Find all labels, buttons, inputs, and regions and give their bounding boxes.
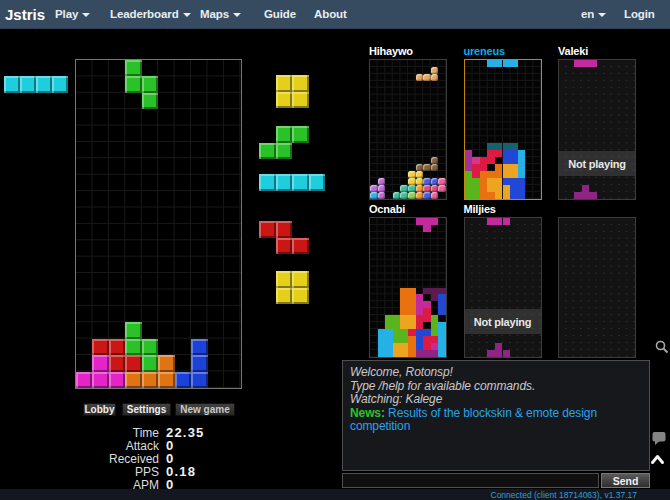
opponent-cell [416, 171, 424, 178]
opponent-name: Valeki [558, 45, 588, 57]
opponent-cell [480, 178, 488, 185]
status-bar: Connected (client 18714063), v1.37.17 [0, 489, 670, 500]
opponent-cell [408, 336, 416, 343]
opponent-cell [510, 192, 518, 199]
opponent-cell [370, 192, 378, 199]
opponent-cell [423, 192, 431, 199]
opponent-board-valeki: Not playing [558, 59, 636, 200]
jstris-page: { "navbar": { "brand": "Jstris", "items"… [0, 0, 670, 500]
opponent-cell [400, 329, 408, 336]
queue-Z-piece-cell [276, 238, 293, 255]
stack-cell [191, 372, 207, 388]
falling-S-piece-cell [142, 76, 158, 92]
opponent-cell [487, 150, 495, 157]
chat-message-line: Welcome, Rotonsp! [350, 366, 642, 380]
queue-S-piece-cell [276, 126, 293, 143]
chevron-up-icon[interactable] [650, 452, 665, 468]
brand-jstris[interactable]: Jstris [5, 6, 45, 23]
stat-row-time: Time22.35 [0, 426, 240, 439]
nav-item-leaderboard[interactable]: Leaderboard [110, 8, 191, 20]
opponent-cell [431, 192, 439, 199]
opponent-cell [472, 157, 480, 164]
nav-item-guide[interactable]: Guide [264, 8, 296, 20]
opponent-cell [416, 315, 424, 322]
opponent-cell [423, 178, 431, 185]
nav-item-label: Play [55, 8, 78, 20]
opponent-cell [408, 343, 416, 350]
opponent-cell [582, 60, 590, 67]
opponent-cell [510, 143, 518, 150]
opponent-cell [393, 315, 401, 322]
chat-input[interactable] [342, 473, 599, 488]
queue-Z-piece-cell [276, 221, 293, 238]
opponent-cell [431, 178, 439, 185]
opponent-cell [438, 329, 446, 336]
opponent-cell [589, 192, 597, 199]
opponent-cell [465, 185, 473, 192]
opponent-cell [416, 74, 424, 81]
nav-item-label: Leaderboard [110, 8, 179, 20]
opponent-board-empty [558, 217, 636, 358]
stack-cell [191, 339, 207, 355]
zoom-icon[interactable] [655, 340, 669, 354]
send-button[interactable]: Send [601, 473, 650, 488]
opponent-cell [393, 192, 401, 199]
opponent-cell [518, 164, 526, 171]
opponent-cell [378, 192, 386, 199]
opponent-cell [416, 185, 424, 192]
nav-item-play[interactable]: Play [55, 8, 90, 20]
lobby-button[interactable]: Lobby [83, 403, 116, 416]
opponent-cell [487, 178, 495, 185]
queue-O-piece-cell [276, 271, 293, 288]
opponent-cell [431, 294, 439, 301]
opponent-cell [438, 336, 446, 343]
opponent-cell [510, 185, 518, 192]
opponent-cell [408, 178, 416, 185]
nav-item-en[interactable]: en [581, 8, 606, 20]
opponent-cell [423, 74, 431, 81]
nav-item-login[interactable]: Login [624, 8, 655, 20]
opponent-cell [495, 171, 503, 178]
settings-button[interactable]: Settings [122, 403, 171, 416]
stack-cell [125, 355, 141, 371]
opponent-cell [510, 164, 518, 171]
stack-cell [175, 372, 191, 388]
opponent-cell [495, 192, 503, 199]
opponent-board-miljies: Not playing [464, 217, 542, 358]
stack-cell [158, 355, 174, 371]
opponent-cell [431, 322, 439, 329]
opponent-cell [510, 150, 518, 157]
opponent-cell [487, 185, 495, 192]
opponent-cell [416, 178, 424, 185]
opponent-cell [416, 336, 424, 343]
opponent-cell [503, 171, 511, 178]
opponent-cell [472, 171, 480, 178]
hold-I-piece-cell [4, 76, 20, 93]
opponent-cell [393, 336, 401, 343]
news-link[interactable]: Results of the blockskin & emote design … [350, 406, 597, 434]
queue-O-piece-cell [292, 288, 309, 305]
new-game-button[interactable]: New game [175, 403, 235, 416]
stack-cell [125, 339, 141, 355]
chat-message-line: Watching: Kalege [350, 393, 642, 407]
opponent-cell [408, 294, 416, 301]
stat-row-pps: PPS0.18 [0, 465, 240, 478]
opponent-cell [495, 343, 503, 350]
nav-item-maps[interactable]: Maps [200, 8, 241, 20]
opponent-cell [431, 329, 439, 336]
opponent-cell [423, 185, 431, 192]
stack-cell [92, 355, 108, 371]
opponent-cell [495, 164, 503, 171]
queue-O-piece-cell [292, 92, 309, 109]
opponent-cell [393, 350, 401, 357]
opponent-cell [518, 157, 526, 164]
chat-bubble-icon[interactable] [652, 431, 666, 446]
opponent-name: Ocnabi [369, 203, 405, 215]
opponent-cell [503, 143, 511, 150]
hold-I-piece-cell [52, 76, 68, 93]
chat-log[interactable]: Welcome, Rotonsp!Type /help for availabl… [342, 360, 650, 471]
opponent-cell [480, 157, 488, 164]
opponent-cell [408, 315, 416, 322]
stack-cell [109, 355, 125, 371]
nav-item-about[interactable]: About [314, 8, 347, 20]
